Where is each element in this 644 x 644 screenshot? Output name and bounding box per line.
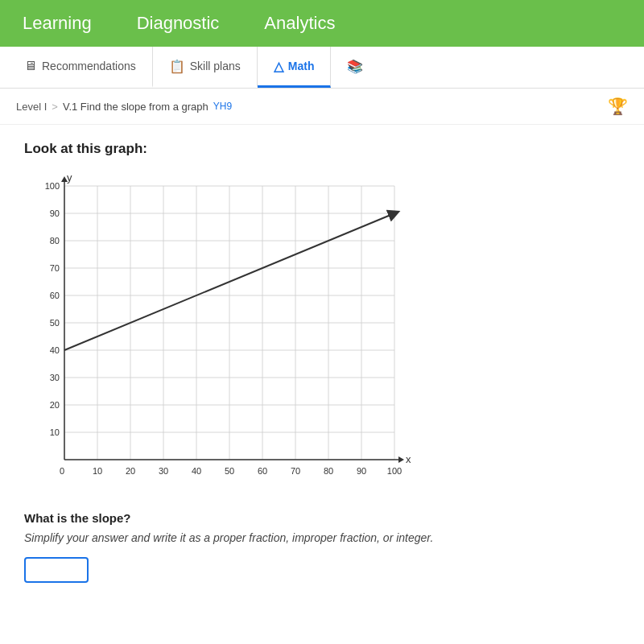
x-tick-30: 30 [159, 466, 168, 476]
math-icon: △ [274, 59, 283, 74]
y-tick-60: 60 [50, 291, 60, 300]
graph-container: x y 0 10 20 30 40 50 60 70 80 90 100 10 … [24, 170, 411, 492]
y-tick-20: 20 [50, 400, 60, 410]
subnav-math-label: Math [288, 60, 315, 72]
x-tick-40: 40 [192, 466, 201, 476]
nav-item-learning[interactable]: Learning [16, 10, 98, 37]
skill-plans-icon: 📋 [169, 59, 185, 74]
extra-icon: 📚 [347, 59, 363, 74]
slope-instruction: Simplify your answer and write it as a p… [24, 531, 620, 544]
nav-item-diagnostic[interactable]: Diagnostic [130, 10, 226, 37]
sub-navigation: 🖥 Recommendations 📋 Skill plans △ Math 📚 [0, 47, 644, 89]
slope-question: What is the slope? [24, 511, 620, 525]
coordinate-graph: x y 0 10 20 30 40 50 60 70 80 90 100 10 … [24, 170, 411, 492]
y-tick-90: 90 [50, 208, 60, 218]
x-tick-60: 60 [258, 466, 267, 476]
trophy-icon: 🏆 [608, 97, 628, 116]
x-tick-90: 90 [357, 466, 366, 476]
breadcrumb-section: V.1 Find the slope from a graph [63, 101, 208, 113]
x-axis-arrow [398, 456, 404, 463]
graph-grid [64, 186, 394, 460]
y-tick-40: 40 [50, 345, 60, 355]
answer-input[interactable] [24, 557, 89, 583]
breadcrumb-separator: > [52, 101, 58, 113]
subnav-extra[interactable]: 📚 [331, 47, 379, 88]
subnav-skill-plans[interactable]: 📋 Skill plans [153, 47, 258, 88]
subnav-recommendations-label: Recommendations [42, 60, 136, 72]
breadcrumb-level[interactable]: Level I [16, 101, 47, 113]
main-content: Look at this graph: [0, 125, 644, 644]
x-tick-0: 0 [60, 466, 64, 476]
y-tick-50: 50 [50, 318, 60, 328]
x-tick-10: 10 [93, 466, 102, 476]
recommendations-icon: 🖥 [24, 59, 37, 73]
top-navigation: Learning Diagnostic Analytics [0, 0, 644, 47]
x-tick-80: 80 [324, 466, 333, 476]
y-tick-80: 80 [50, 236, 60, 246]
y-axis-label: y [67, 171, 72, 184]
y-tick-30: 30 [50, 373, 60, 382]
y-tick-10: 10 [50, 427, 60, 437]
y-tick-100: 100 [45, 181, 60, 191]
subnav-recommendations[interactable]: 🖥 Recommendations [8, 47, 153, 88]
question-prompt: Look at this graph: [24, 141, 620, 157]
breadcrumb-code: YH9 [213, 101, 232, 112]
x-tick-70: 70 [291, 466, 300, 476]
x-axis-label: x [406, 453, 411, 465]
nav-item-analytics[interactable]: Analytics [258, 10, 341, 37]
subnav-skill-plans-label: Skill plans [190, 60, 241, 72]
x-tick-100: 100 [387, 466, 402, 476]
x-tick-50: 50 [225, 466, 234, 476]
y-tick-70: 70 [50, 263, 60, 273]
breadcrumb: Level I > V.1 Find the slope from a grap… [0, 89, 644, 125]
x-tick-20: 20 [126, 466, 135, 476]
subnav-math[interactable]: △ Math [258, 47, 332, 88]
